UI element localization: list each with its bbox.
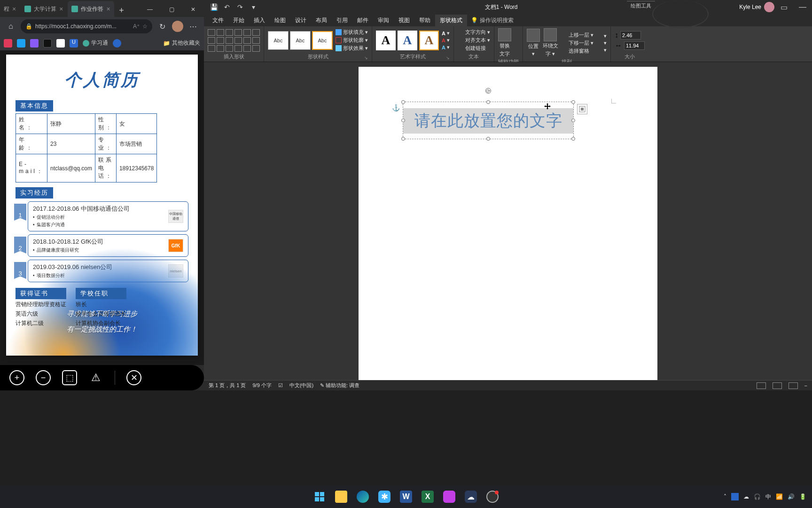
wrap-text-button[interactable]: 环绕文 字 ▾ (543, 28, 558, 57)
file-explorer-icon[interactable] (332, 487, 351, 506)
obs-icon[interactable] (483, 487, 502, 506)
profile-avatar[interactable] (172, 21, 183, 32)
text-effects-button[interactable]: A ▾ (442, 44, 450, 50)
bookmark-icon[interactable] (4, 39, 12, 48)
rotate-button[interactable]: ▾ (596, 47, 607, 53)
new-tab-button[interactable]: + (115, 4, 128, 17)
zoom-out-button[interactable]: − (36, 370, 51, 385)
minimize-button[interactable]: — (793, 0, 812, 14)
shape-icon[interactable] (252, 45, 260, 52)
print-layout-icon[interactable] (773, 382, 782, 389)
shape-outline-button[interactable]: 形状轮廓 ▾ (336, 37, 368, 44)
warning-icon[interactable]: ⚠ (88, 370, 103, 385)
ribbon-options-icon[interactable]: ▭ (774, 0, 793, 14)
resize-handle[interactable] (571, 100, 575, 104)
position-button[interactable]: 位置▾ (527, 29, 540, 57)
close-button[interactable]: ✕ (182, 2, 204, 17)
shape-icon[interactable] (252, 37, 260, 44)
battery-icon[interactable]: 🔋 (799, 493, 806, 500)
shape-icon[interactable] (208, 37, 215, 44)
tab-mailings[interactable]: 邮件 (352, 15, 373, 26)
shape-width-field[interactable]: ↔ (615, 41, 645, 50)
qat-dropdown-icon[interactable]: ▾ (249, 3, 258, 11)
resize-handle[interactable] (401, 100, 405, 104)
resize-handle[interactable] (571, 137, 575, 141)
bookmark-icon[interactable] (30, 39, 39, 48)
close-icon[interactable]: × (59, 5, 63, 13)
app-icon[interactable]: ✱ (375, 487, 394, 506)
resize-handle[interactable] (486, 137, 490, 141)
tab-insert[interactable]: 插入 (249, 15, 270, 26)
resize-handle[interactable] (401, 119, 405, 122)
document-page[interactable]: ⚓ ⟳ 请在此放置您的文字 (359, 67, 657, 380)
reader-icon[interactable]: A⁺ (133, 23, 140, 30)
redo-icon[interactable]: ↷ (236, 3, 244, 11)
ime-icon[interactable]: 中 (765, 493, 771, 501)
other-favorites-folder[interactable]: 📁 其他收藏夹 (163, 39, 200, 47)
shape-icon[interactable] (226, 45, 233, 52)
page-count[interactable]: 第 1 页，共 1 页 (209, 382, 246, 389)
tab-help[interactable]: 帮助 (414, 15, 435, 26)
group-button[interactable]: ▾ (596, 40, 607, 46)
dialog-launcher-icon[interactable]: ↘ (446, 56, 450, 60)
tray-chevron-icon[interactable]: ˄ (724, 493, 726, 500)
language-status[interactable]: 中文(中国) (289, 382, 313, 389)
app-icon[interactable] (440, 487, 459, 506)
shape-icon[interactable] (208, 45, 215, 52)
shape-icon[interactable] (234, 37, 242, 44)
accessibility-status[interactable]: ✎ 辅助功能: 调查 (320, 382, 359, 389)
tab-shape-format[interactable]: 形状格式 (435, 15, 467, 26)
maximize-button[interactable]: ▢ (161, 2, 182, 17)
wordart-style-icon[interactable]: A (398, 31, 417, 50)
read-mode-icon[interactable] (757, 382, 766, 389)
wordart-placeholder-text[interactable]: 请在此放置您的文字 (403, 108, 573, 134)
shape-height-field[interactable]: ↕ (615, 31, 645, 40)
text-outline-button[interactable]: A ▾ (442, 37, 450, 43)
wordart-style-icon[interactable]: A (419, 31, 439, 50)
tab-home[interactable]: 开始 (228, 15, 249, 26)
tab-layout[interactable]: 布局 (311, 15, 332, 26)
alt-text-button[interactable]: 替换 文字 (498, 28, 511, 57)
resize-handle[interactable] (401, 137, 405, 141)
shape-icon[interactable] (243, 45, 251, 52)
bookmark-icon[interactable] (56, 39, 65, 48)
shape-style-icon[interactable]: Abc (268, 31, 289, 50)
zoom-in-button[interactable]: + (9, 370, 24, 385)
tab-references[interactable]: 引用 (332, 15, 352, 26)
shape-style-icon[interactable]: Abc (312, 31, 333, 50)
shape-style-gallery[interactable]: Abc Abc Abc (268, 31, 333, 50)
shape-icon[interactable] (243, 29, 251, 36)
more-icon[interactable]: ⋯ (186, 19, 200, 33)
tab-view[interactable]: 视图 (394, 15, 414, 26)
tell-me-search[interactable]: 💡 操作说明搜索 (471, 16, 514, 24)
shape-icon[interactable] (252, 29, 260, 36)
wordart-style-icon[interactable]: A (376, 31, 396, 50)
tray-icon[interactable]: 🎧 (754, 493, 761, 500)
cloud-app-icon[interactable]: ☁ (461, 487, 480, 506)
align-text-button[interactable]: 对齐文本 ▾ (458, 37, 490, 44)
text-direction-button[interactable]: 文字方向 ▾ (458, 29, 490, 36)
browser-tab-active[interactable]: 作业作答 × (68, 1, 114, 17)
edge-icon[interactable] (353, 487, 372, 506)
bookmark-icon[interactable] (17, 39, 25, 48)
resize-handle[interactable] (486, 100, 490, 104)
width-input[interactable] (624, 41, 645, 50)
height-input[interactable] (620, 31, 641, 40)
favorite-icon[interactable]: ☆ (142, 23, 148, 30)
wifi-icon[interactable]: 📶 (776, 493, 783, 500)
close-icon[interactable]: × (106, 5, 110, 13)
shape-effects-button[interactable]: 形状效果 ▾ (336, 45, 368, 52)
browser-tab[interactable]: 程 × (0, 1, 20, 17)
word-icon[interactable]: W (397, 487, 415, 506)
tab-design[interactable]: 设计 (290, 15, 311, 26)
shape-icon[interactable] (234, 45, 242, 52)
document-canvas[interactable]: ⚓ ⟳ 请在此放置您的文字 (204, 62, 812, 380)
tab-file[interactable]: 文件 (208, 15, 228, 26)
bookmark-link[interactable]: 学习通 (83, 39, 108, 47)
resize-handle[interactable] (571, 119, 575, 122)
user-name[interactable]: Kyle Lee (739, 4, 761, 10)
anchor-icon[interactable]: ⚓ (392, 104, 400, 111)
bring-forward-button[interactable]: 上移一层 ▾ (561, 32, 593, 39)
refresh-icon[interactable]: ↻ (155, 19, 169, 33)
bookmark-icon[interactable] (43, 39, 52, 48)
